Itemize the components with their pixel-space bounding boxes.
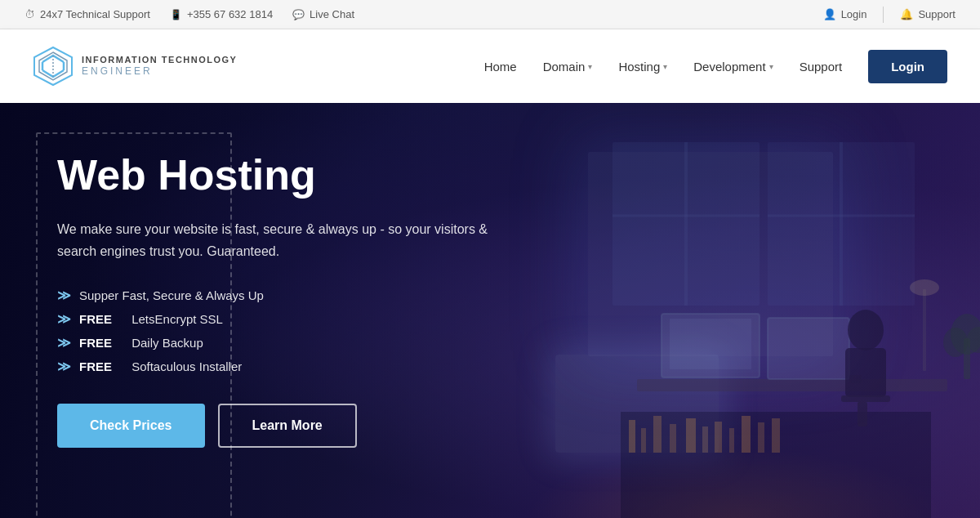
svg-rect-14 [653,416,662,453]
nav-support-label: Support [800,60,843,74]
svg-rect-26 [768,318,849,379]
feature-3: FREE Daily Backup [57,335,498,351]
bell-icon: 🔔 [900,8,913,20]
svg-rect-19 [729,428,734,453]
svg-rect-15 [670,424,676,453]
feature-1: Supper Fast, Secure & Always Up [57,288,498,303]
user-icon: 👤 [823,8,836,20]
divider [883,7,884,23]
top-bar-support-right[interactable]: 🔔 Support [900,8,956,20]
nav-home[interactable]: Home [484,60,517,74]
nav-development-chevron: ▾ [769,62,773,71]
top-bar: ⏱ 24x7 Technical Support 📱 +355 67 632 1… [0,0,980,29]
logo-text: INFORMATION TECHNOLOGY ENGINEER [82,55,237,78]
feature-3-text: Daily Backup [131,336,203,350]
top-bar-login[interactable]: 👤 Login [823,8,867,20]
svg-point-27 [848,310,884,351]
svg-rect-18 [715,422,722,453]
nav-hosting-label: Hosting [618,60,660,74]
svg-rect-28 [845,348,886,397]
support-right-label: Support [918,8,956,20]
svg-rect-30 [841,395,890,402]
top-bar-chat[interactable]: 💬 Live Chat [292,8,354,20]
clock-icon: ⏱ [24,8,35,20]
feature-arrow-4 [57,359,71,374]
chat-label: Live Chat [310,8,354,20]
feature-2: FREE LetsEncrypt SSL [57,311,498,327]
learn-more-button[interactable]: Learn More [218,404,357,448]
nav-domain-label: Domain [543,60,586,74]
chat-icon: 💬 [292,9,305,20]
svg-rect-32 [923,289,926,371]
svg-rect-22 [772,418,780,453]
support-label: 24x7 Technical Support [40,8,150,20]
feature-arrow-3 [57,335,71,351]
svg-rect-17 [702,426,708,453]
nav-home-label: Home [484,60,517,74]
svg-rect-21 [758,422,764,453]
top-bar-phone: 📱 +355 67 632 1814 [170,8,273,20]
feature-2-text: LetsEncrypt SSL [131,312,223,326]
navbar: INFORMATION TECHNOLOGY ENGINEER Home Dom… [0,29,980,103]
check-prices-button[interactable]: Check Prices [57,404,205,448]
nav-development[interactable]: Development ▾ [693,60,773,74]
svg-rect-31 [858,402,867,426]
feature-4-bold: FREE [79,359,112,373]
logo-icon [33,46,74,87]
logo-text-top: INFORMATION TECHNOLOGY [82,55,237,65]
nav-support[interactable]: Support [800,60,843,74]
nav-hosting-chevron: ▾ [663,62,667,71]
hero-features: Supper Fast, Secure & Always Up FREE Let… [57,288,498,374]
top-bar-right: 👤 Login 🔔 Support [823,7,956,23]
svg-point-36 [943,328,968,357]
nav-domain-chevron: ▾ [588,62,592,71]
hero-buttons: Check Prices Learn More [57,404,498,448]
feature-1-text: Supper Fast, Secure & Always Up [79,288,264,302]
feature-4: FREE Softaculous Installer [57,359,498,374]
feature-2-bold: FREE [79,312,112,326]
svg-rect-12 [629,420,635,453]
hero-section: Web Hosting We make sure your website is… [0,103,980,518]
nav-links: Home Domain ▾ Hosting ▾ Development ▾ Su… [484,50,947,83]
svg-rect-25 [670,319,751,369]
hero-title: Web Hosting [57,152,498,199]
nav-domain[interactable]: Domain ▾ [543,60,593,74]
svg-rect-23 [637,379,947,391]
nav-hosting[interactable]: Hosting ▾ [618,60,667,74]
feature-arrow-2 [57,311,71,327]
feature-3-bold: FREE [79,336,112,350]
phone-icon: 📱 [170,9,182,20]
svg-rect-20 [742,416,751,453]
nav-development-label: Development [693,60,765,74]
feature-arrow-1 [57,288,71,303]
svg-point-33 [910,279,939,296]
logo[interactable]: INFORMATION TECHNOLOGY ENGINEER [33,46,237,87]
hero-content: Web Hosting We make sure your website is… [0,103,555,497]
top-bar-support: ⏱ 24x7 Technical Support [24,8,150,20]
svg-rect-29 [849,375,862,383]
svg-rect-13 [641,428,646,453]
nav-login-button[interactable]: Login [868,50,947,83]
phone-label: +355 67 632 1814 [187,8,273,20]
logo-text-bottom: ENGINEER [82,65,237,77]
login-label: Login [841,8,867,20]
svg-rect-16 [686,418,696,453]
feature-4-text: Softaculous Installer [131,359,242,373]
top-bar-left: ⏱ 24x7 Technical Support 📱 +355 67 632 1… [24,8,354,20]
hero-subtitle: We make sure your website is fast, secur… [57,218,498,262]
